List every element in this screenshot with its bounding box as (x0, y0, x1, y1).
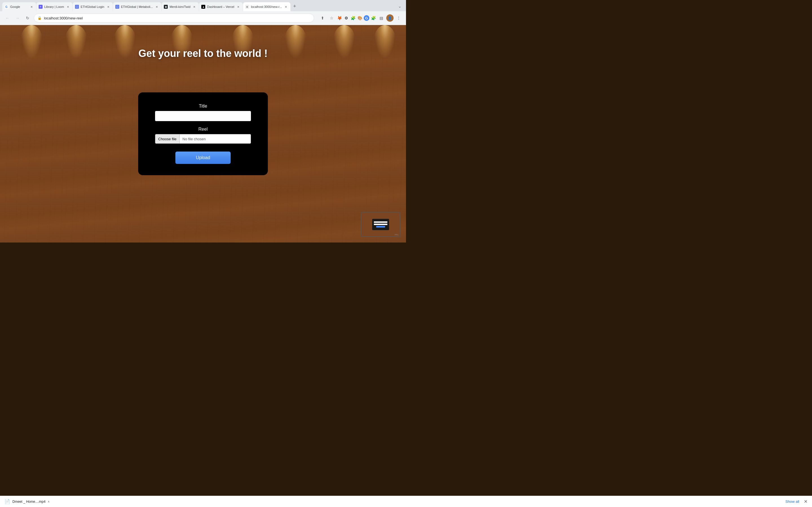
browser-chrome: G Google ✕ ✳ Library | Loom ✕ ⬡ ETHGloba… (0, 0, 406, 25)
tab-ethglobal-metabo[interactable]: ⬡ ETHGlobal | Metaboli... ✕ (113, 2, 161, 11)
address-input-wrapper[interactable]: 🔒 localhost:3000/new-reel (34, 13, 314, 22)
tab-google-close[interactable]: ✕ (29, 4, 34, 9)
title-input[interactable] (155, 111, 251, 121)
ethglobal-metabo-favicon: ⬡ (115, 5, 119, 9)
loom-favicon: ✳ (39, 5, 43, 9)
tab-merdi-kim-close[interactable]: ✕ (192, 4, 197, 9)
file-name-display: No file chosen (180, 134, 251, 144)
menu-icon[interactable]: ⋮ (395, 14, 403, 22)
tab-expand-button[interactable]: ⌄ (396, 2, 404, 10)
tab-loom[interactable]: ✳ Library | Loom ✕ (36, 2, 72, 11)
mini-upload-btn (376, 226, 385, 228)
thumbnail-preview: FPC (361, 212, 400, 237)
title-form-group: Title (155, 104, 251, 121)
bookmark-icon[interactable]: ☆ (327, 14, 336, 22)
merdi-kim-favicon: ◆ (164, 5, 168, 9)
ethglobal-login-favicon: ⬡ (75, 5, 79, 9)
file-input-wrapper: Choose file No file chosen (155, 134, 251, 144)
choose-file-button[interactable]: Choose file (155, 134, 180, 144)
extension-puzzle-icon[interactable]: 🧩 (350, 15, 356, 21)
profile-avatar[interactable]: 👤 (386, 14, 394, 22)
extension-color-icon[interactable]: 🎨 (357, 15, 363, 21)
tab-ethglobal-metabo-title: ETHGlobal | Metaboli... (121, 5, 153, 8)
page-content: Get your reel to the world ! Title Reel … (0, 25, 406, 242)
tab-ethglobal-login-title: ETHGlobal Login (81, 5, 104, 8)
vercel-favicon: ▲ (201, 5, 205, 9)
tab-merdi-kim[interactable]: ◆ Merdi-kim/Twid ✕ (161, 2, 199, 11)
tab-ethglobal-metabo-close[interactable]: ✕ (154, 4, 159, 9)
extension-fox-icon[interactable]: 🦊 (337, 15, 342, 21)
sidebar-toggle-icon[interactable]: ▤ (377, 14, 385, 22)
thumbnail-fps: FPC (395, 234, 399, 236)
google-favicon: G (4, 5, 8, 9)
toolbar-icons: ⬆ ☆ 🦊 ⚙ 🧩 🎨 G 🧩 ▤ 👤 ⋮ (319, 14, 403, 22)
upload-button[interactable]: Upload (175, 152, 231, 164)
mini-bar-1 (374, 221, 388, 223)
thumbnail-inner: FPC (361, 213, 400, 236)
tab-loom-title: Library | Loom (44, 5, 64, 8)
tab-google[interactable]: G Google ✕ (2, 2, 36, 11)
extension-g-icon[interactable]: G (364, 15, 369, 21)
tab-bar: G Google ✕ ✳ Library | Loom ✕ ⬡ ETHGloba… (0, 0, 406, 11)
extension-gear-icon[interactable]: ⚙ (343, 15, 349, 21)
tab-ethglobal-login[interactable]: ⬡ ETHGlobal Login ✕ (73, 2, 113, 11)
lock-icon: 🔒 (38, 16, 42, 20)
extension-puzzle2-icon[interactable]: 🧩 (370, 15, 376, 21)
share-icon[interactable]: ⬆ (319, 14, 326, 22)
tab-loom-close[interactable]: ✕ (66, 4, 70, 9)
tab-localhost-title: localhost:3000/new-r... (251, 5, 282, 8)
url-display: localhost:3000/new-reel (44, 16, 310, 20)
mini-bar-2 (374, 224, 388, 225)
thumbnail-form-mini (372, 219, 389, 230)
address-bar: ← → ↻ 🔒 localhost:3000/new-reel ⬆ ☆ 🦊 ⚙ … (0, 11, 406, 25)
tab-dashboard-vercel-close[interactable]: ✕ (236, 4, 241, 9)
tab-google-title: Google (10, 5, 28, 8)
upload-card: Title Reel Choose file No file chosen Up… (138, 93, 268, 175)
forward-button[interactable]: → (13, 14, 21, 22)
reload-button[interactable]: ↻ (24, 14, 32, 22)
tab-dashboard-vercel[interactable]: ▲ Dashboard – Vercel ✕ (199, 2, 243, 11)
tab-dashboard-vercel-title: Dashboard – Vercel (207, 5, 234, 8)
tab-ethglobal-login-close[interactable]: ✕ (106, 4, 110, 9)
tab-localhost[interactable]: ◈ localhost:3000/new-r... ✕ (243, 2, 290, 11)
title-label: Title (199, 104, 207, 109)
back-button[interactable]: ← (3, 14, 11, 22)
reel-form-group: Reel Choose file No file chosen (155, 127, 251, 144)
new-tab-button[interactable]: + (291, 2, 299, 10)
page-title: Get your reel to the world ! (139, 48, 267, 59)
reel-label: Reel (199, 127, 208, 132)
localhost-favicon: ◈ (245, 5, 249, 9)
tab-merdi-kim-title: Merdi-kim/Twid (169, 5, 190, 8)
tab-localhost-close[interactable]: ✕ (284, 4, 288, 9)
